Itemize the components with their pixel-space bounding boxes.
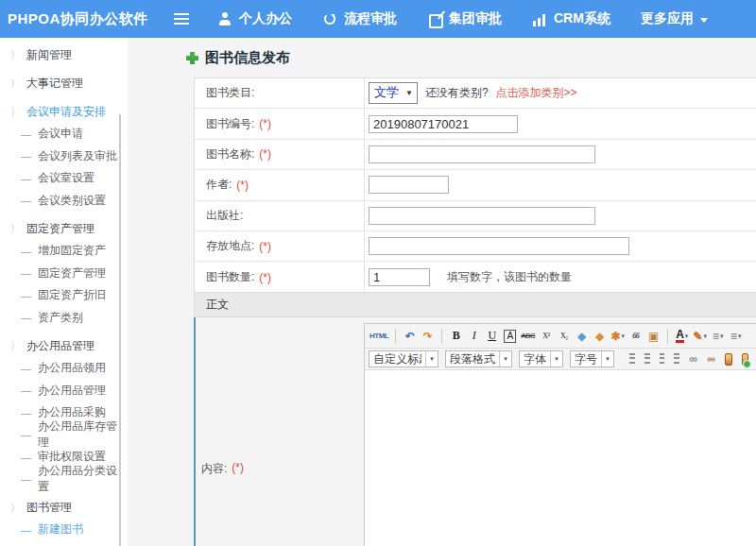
nav-item-label: 流程审批 <box>344 10 397 27</box>
nav-item-5[interactable]: 更多应用 <box>641 10 708 27</box>
paragraph-format-select[interactable]: 段落格式▾ <box>445 350 512 367</box>
sidebar-item[interactable]: —增加固定资产 <box>0 240 128 263</box>
chart-icon <box>532 11 547 26</box>
person-icon <box>217 11 232 26</box>
bold-icon[interactable]: B <box>448 328 464 345</box>
section-header-label: 正文 <box>206 297 229 313</box>
required-mark: (*) <box>259 147 271 161</box>
paste-icon[interactable]: ▣ <box>645 328 662 345</box>
highlight-pen-icon[interactable]: ✎▾ <box>692 328 708 345</box>
book-category-select[interactable]: 文学▼ <box>369 82 418 104</box>
unlink-icon[interactable]: ∞ <box>703 350 719 367</box>
align-justify-icon[interactable] <box>674 353 679 365</box>
form-row-book-quantity: 图书数量:(*)填写数字，该图书的数量 <box>195 262 756 292</box>
storage-location-input[interactable] <box>369 237 629 255</box>
nav-item-2[interactable]: 流程审批 <box>322 10 397 27</box>
sidebar-item[interactable]: —办公用品领用 <box>0 357 128 380</box>
field-value-cell <box>365 201 756 230</box>
chevron-right-icon: 〉 <box>10 339 18 353</box>
sidebar-item[interactable]: —固定资产管理 <box>0 263 128 285</box>
icon-glyph: A <box>504 330 516 343</box>
field-label: 图书名称: <box>206 146 254 162</box>
align-left-icon[interactable] <box>629 353 635 365</box>
sidebar-item[interactable]: —固定资产折旧 <box>0 284 128 307</box>
sidebar-group-3[interactable]: 〉会议申请及安排 <box>0 100 128 123</box>
sidebar-item-label: 增加固定资产 <box>38 243 106 259</box>
redo-icon[interactable]: ↷ <box>420 328 436 345</box>
sidebar-group-label: 办公用品管理 <box>26 338 94 354</box>
blockquote-icon[interactable]: 66 <box>627 328 644 345</box>
link-icon[interactable]: ∞ <box>685 350 701 367</box>
caret-down-icon: ▾ <box>703 333 707 340</box>
sidebar-item[interactable]: —办公用品库存管理 <box>0 424 128 447</box>
sidebar-scrollbar[interactable] <box>119 114 121 546</box>
app-logo[interactable]: PHPOA协同办公软件 <box>0 10 161 28</box>
italic-icon[interactable]: I <box>466 328 482 345</box>
icon-glyph: A <box>676 330 684 343</box>
nav-item-1[interactable]: 个人办公 <box>217 10 292 27</box>
ordered-list-icon[interactable]: ≡▾ <box>710 328 726 345</box>
font-style-box-icon[interactable]: A <box>502 328 518 345</box>
sidebar-item[interactable]: —办公用品分类设置 <box>0 469 128 491</box>
field-value-cell: 填写数字，该图书的数量 <box>365 262 756 292</box>
sidebar-item[interactable]: —图书管理 <box>0 541 128 546</box>
dash-icon: — <box>21 195 31 206</box>
image-icon[interactable] <box>725 353 731 366</box>
custom-heading-select[interactable]: 自定义标题▾ <box>369 350 438 367</box>
content-field-label: 内容: (*) <box>201 461 244 477</box>
sidebar-item[interactable]: —会议室设置 <box>0 167 128 190</box>
font-size-select[interactable]: 字号▾ <box>570 350 614 367</box>
icon-glyph: ≡ <box>713 330 719 343</box>
align-right-icon[interactable] <box>660 353 665 365</box>
sidebar-item-label: 办公用品领用 <box>38 360 106 376</box>
icon-glyph: I <box>472 329 476 343</box>
underline-icon[interactable]: U <box>484 328 500 345</box>
dash-icon: — <box>21 452 31 463</box>
publisher-input[interactable] <box>369 207 595 225</box>
dash-icon: — <box>21 246 31 257</box>
sidebar-item[interactable]: —办公用品管理 <box>0 380 128 402</box>
caret-down-icon <box>700 18 708 26</box>
field-label-cell: 图书类目: <box>195 78 365 108</box>
font-family-select[interactable]: 字体▾ <box>519 350 563 367</box>
nav-item-3[interactable]: 集团审批 <box>427 10 502 27</box>
undo-icon[interactable]: ↶ <box>402 328 418 345</box>
book-name-input[interactable] <box>369 145 595 163</box>
add-category-link[interactable]: 点击添加类别>> <box>496 85 577 101</box>
author-input[interactable] <box>369 176 449 194</box>
clean-format-icon[interactable]: ◆ <box>592 328 608 345</box>
sidebar-group-4[interactable]: 〉固定资产管理 <box>0 217 128 240</box>
align-center-icon[interactable] <box>644 353 650 365</box>
book-number-input[interactable] <box>369 115 518 133</box>
dash-icon: — <box>21 150 31 162</box>
caret-down-icon: ▾ <box>685 333 689 340</box>
field-label-cell: 作者:(*) <box>195 170 365 199</box>
source-code-button[interactable]: HTML <box>369 328 389 345</box>
sidebar-group-5[interactable]: 〉办公用品管理 <box>0 334 128 357</box>
sidebar-item[interactable]: —资产类别 <box>0 307 128 330</box>
sidebar-item[interactable]: —新建图书 <box>0 519 128 541</box>
sidebar-item[interactable]: —会议申请 <box>0 123 128 145</box>
subscript-icon[interactable]: X₂ <box>556 328 572 345</box>
sidebar-item[interactable]: —会议列表及审批 <box>0 145 128 168</box>
hamburger-menu-icon[interactable] <box>174 13 189 25</box>
sidebar-group-1[interactable]: 〉新闻管理 <box>0 43 128 66</box>
format-painter-icon[interactable]: ✱▾ <box>610 328 626 345</box>
sidebar-group-2[interactable]: 〉大事记管理 <box>0 72 128 94</box>
image-upload-icon[interactable] <box>742 353 748 366</box>
sidebar-item[interactable]: —会议类别设置 <box>0 190 128 213</box>
sidebar-group-6[interactable]: 〉图书管理 <box>0 496 128 519</box>
sidebar-item-label: 资产类别 <box>38 310 83 326</box>
superscript-icon[interactable]: X² <box>538 328 554 345</box>
nav-item-4[interactable]: CRM系统 <box>532 10 610 27</box>
book-quantity-input[interactable] <box>369 268 430 286</box>
font-color-icon[interactable]: A▾ <box>674 328 690 345</box>
required-mark: (*) <box>259 271 271 284</box>
add-icon <box>186 52 198 64</box>
caret-down-icon: ▾ <box>601 351 613 367</box>
unordered-list-icon[interactable]: ≡▾ <box>728 328 744 345</box>
caret-down-icon: ▾ <box>499 351 511 367</box>
strikethrough-icon[interactable]: ABC <box>520 328 536 345</box>
editor-canvas[interactable] <box>365 371 756 546</box>
eraser-icon[interactable]: ◆ <box>574 328 590 345</box>
